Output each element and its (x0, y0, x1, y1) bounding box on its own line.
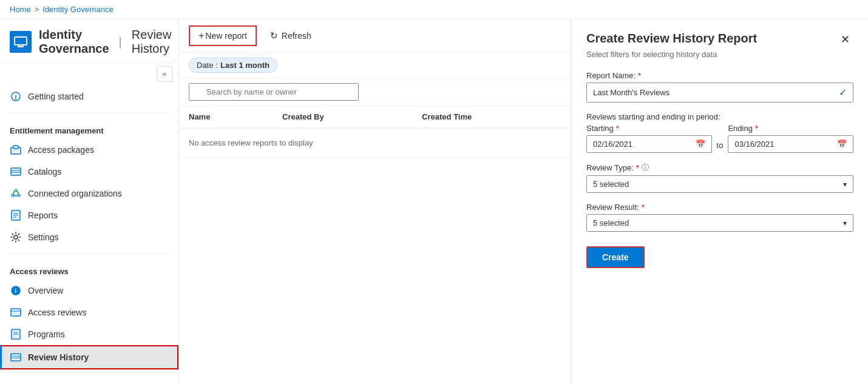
toolbar: + New report ↻ Refresh (179, 19, 571, 53)
info-icon-type[interactable]: ⓘ (642, 163, 649, 173)
access-packages-label: Access packages (28, 145, 94, 155)
catalogs-icon (10, 166, 22, 178)
date-row: Starting * 02/16/2021 📅 to Ending * (586, 124, 853, 153)
nav-item-review-history[interactable]: Review History (0, 345, 178, 369)
nav-item-getting-started[interactable]: i Getting started (0, 86, 178, 107)
table-area: Name Created By Created Time No access r… (179, 106, 571, 384)
getting-started-icon: i (10, 90, 22, 103)
nav-item-settings[interactable]: Settings (0, 226, 178, 248)
content-area: + New report ↻ Refresh Date : Last 1 mon… (179, 19, 571, 384)
to-label: to (717, 141, 724, 150)
settings-label: Settings (28, 232, 59, 242)
nav-item-connected-orgs[interactable]: Connected organizations (0, 183, 178, 204)
svg-rect-27 (11, 354, 21, 361)
search-wrapper: 🔍 (189, 83, 359, 101)
review-type-dropdown[interactable]: 5 selected ▾ (586, 175, 853, 193)
nav-item-programs[interactable]: Programs (0, 323, 178, 345)
period-label: Reviews starting and ending in period: (586, 112, 853, 121)
report-name-label: Report Name: * (586, 71, 853, 80)
required-star-type: * (636, 163, 639, 172)
refresh-button[interactable]: ↻ Refresh (264, 27, 317, 45)
svg-rect-22 (11, 309, 21, 316)
review-type-row: Review Type: * ⓘ 5 selected ▾ (586, 163, 853, 193)
page-header: Identity Governance | Review History ··· (0, 19, 178, 62)
new-report-icon: + (198, 30, 204, 41)
reports-table: Name Created By Created Time No access r… (179, 106, 571, 158)
review-result-value: 5 selected (593, 218, 629, 227)
svg-text:i: i (15, 93, 16, 101)
search-input[interactable] (189, 83, 359, 101)
filter-date-value: Last 1 month (220, 61, 270, 70)
review-result-row: Review Result: * 5 selected ▾ (586, 203, 853, 232)
overview-icon: i (10, 285, 22, 297)
chevron-down-type: ▾ (843, 180, 847, 189)
ending-date-group: Ending * 03/16/2021 📅 (728, 124, 853, 153)
nav-item-overview[interactable]: i Overview (0, 280, 178, 301)
report-name-input[interactable]: Last Month's Reviews ✓ (586, 83, 853, 103)
breadcrumb-home[interactable]: Home (10, 5, 31, 14)
check-icon: ✓ (839, 87, 847, 98)
page-subtitle: Review History (132, 28, 172, 56)
breadcrumb: Home > Identity Governance (0, 0, 868, 19)
app-icon (10, 31, 32, 53)
reports-label: Reports (28, 211, 58, 220)
connected-orgs-label: Connected organizations (28, 189, 122, 198)
nav-item-access-packages[interactable]: Access packages (0, 139, 178, 161)
settings-icon (10, 231, 22, 243)
right-panel: Create Review History Report ✕ Select fi… (571, 19, 868, 384)
new-report-label: New report (205, 31, 246, 41)
access-reviews-label: Access reviews (28, 308, 86, 317)
svg-point-19 (14, 235, 18, 239)
filter-date-colon: : (215, 61, 218, 70)
nav-item-reports[interactable]: Reports (0, 204, 178, 226)
required-star-start: * (616, 124, 619, 133)
panel-header: Create Review History Report ✕ (586, 32, 853, 47)
refresh-icon: ↻ (270, 30, 278, 41)
calendar-icon-end: 📅 (837, 140, 847, 149)
reports-icon (10, 209, 22, 221)
svg-text:i: i (15, 288, 17, 294)
create-button[interactable]: Create (586, 246, 645, 268)
review-type-value: 5 selected (593, 180, 629, 189)
breadcrumb-separator: > (35, 5, 39, 14)
filter-date-label: Date (197, 61, 213, 70)
ending-date-input[interactable]: 03/16/2021 📅 (728, 135, 853, 153)
panel-title: Create Review History Report (586, 32, 757, 45)
review-history-label: Review History (28, 352, 89, 362)
getting-started-label: Getting started (28, 92, 84, 101)
breadcrumb-current[interactable]: Identity Governance (42, 5, 113, 14)
review-result-label: Review Result: * (586, 203, 853, 212)
ending-label: Ending * (728, 124, 853, 133)
nav-item-access-reviews[interactable]: Access reviews (0, 301, 178, 323)
review-result-dropdown[interactable]: 5 selected ▾ (586, 214, 853, 232)
svg-rect-8 (11, 168, 21, 175)
search-bar: 🔍 (179, 78, 571, 106)
nav-item-catalogs[interactable]: Catalogs (0, 161, 178, 183)
starting-date-group: Starting * 02/16/2021 📅 (586, 124, 712, 153)
filter-bar: Date : Last 1 month (179, 53, 571, 78)
review-type-label: Review Type: * ⓘ (586, 163, 853, 173)
col-created-time: Created Time (412, 106, 571, 128)
date-filter-chip[interactable]: Date : Last 1 month (189, 58, 277, 73)
calendar-icon-start: 📅 (696, 140, 705, 149)
panel-close-button[interactable]: ✕ (837, 32, 853, 47)
required-star-end: * (755, 124, 758, 133)
starting-date-input[interactable]: 02/16/2021 📅 (586, 135, 712, 153)
page-title: Identity Governance (39, 28, 109, 56)
access-reviews-icon (10, 306, 22, 318)
access-packages-icon (10, 144, 22, 156)
report-name-value: Last Month's Reviews (593, 88, 670, 97)
connected-orgs-icon (10, 187, 22, 200)
catalogs-label: Catalogs (28, 167, 61, 177)
sidebar-collapse-btn[interactable]: « (157, 66, 172, 82)
entitlement-section-label: Entitlement management (0, 118, 178, 139)
col-created-by: Created By (273, 106, 412, 128)
empty-message: No access review reports to display (179, 128, 571, 158)
new-report-button[interactable]: + New report (189, 25, 257, 46)
ending-date-value: 03/16/2021 (734, 140, 774, 149)
svg-rect-0 (15, 37, 27, 45)
svg-rect-7 (13, 146, 18, 149)
panel-subtitle: Select filters for selecting history dat… (586, 50, 853, 59)
programs-icon (10, 328, 22, 340)
access-reviews-section-label: Access reviews (0, 258, 178, 280)
